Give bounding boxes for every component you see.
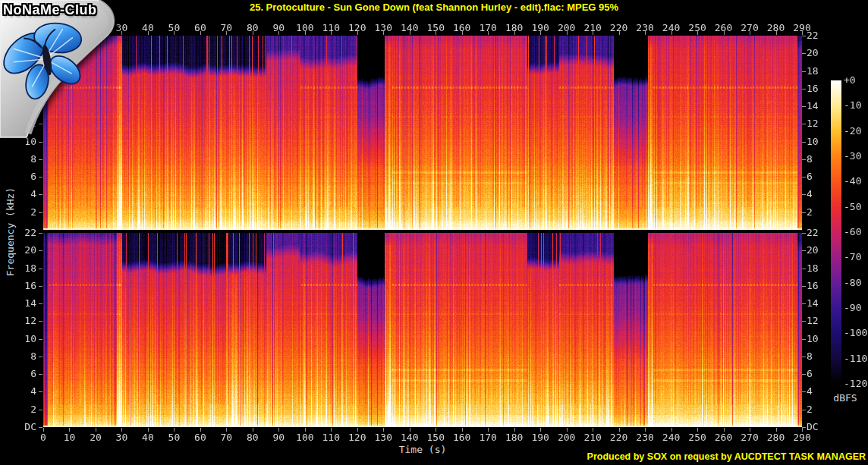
freq-tick — [39, 233, 42, 234]
time-tick — [226, 31, 227, 35]
time-tick — [514, 428, 515, 432]
freq-tick — [802, 106, 806, 107]
time-tick — [43, 31, 44, 35]
time-tick — [540, 31, 541, 35]
db-tick-label: +0 — [844, 75, 868, 86]
time-tick — [645, 428, 646, 432]
freq-tick-label: 22 — [14, 228, 36, 238]
freq-tick — [39, 374, 42, 375]
freq-tick — [39, 142, 42, 143]
freq-tick-label: 6 — [807, 171, 832, 182]
time-tick — [776, 31, 777, 35]
time-tick — [776, 428, 777, 432]
time-tick — [148, 428, 149, 432]
freq-tick-label: 12 — [807, 316, 832, 326]
time-tick — [253, 428, 253, 432]
freq-tick — [802, 269, 806, 269]
time-tick — [514, 31, 515, 35]
time-tick — [200, 31, 201, 35]
freq-tick — [39, 391, 42, 392]
axis-ticks-layer: 0010102020303040405050606070708080909010… — [0, 0, 868, 465]
freq-tick — [39, 194, 42, 195]
freq-tick-label: 16 — [14, 281, 36, 291]
freq-tick — [39, 303, 42, 304]
freq-tick-label: 2 — [14, 207, 36, 218]
time-tick — [619, 428, 620, 432]
freq-tick — [802, 194, 806, 195]
freq-tick — [39, 53, 42, 54]
freq-tick-label: 4 — [807, 386, 832, 397]
freq-tick — [39, 269, 42, 269]
time-tick — [226, 428, 227, 432]
time-tick — [96, 31, 96, 35]
db-tick-label: -110 — [844, 353, 868, 364]
freq-dc-label: DC — [807, 422, 832, 432]
db-tick-label: -100 — [844, 328, 868, 338]
time-tick — [278, 31, 279, 35]
freq-tick-label: 18 — [14, 263, 36, 274]
freq-tick-label: 2 — [807, 207, 832, 218]
time-tick — [697, 428, 698, 432]
freq-tick — [39, 159, 42, 160]
freq-tick-label: 20 — [807, 245, 832, 256]
freq-tick-label: 12 — [807, 118, 832, 129]
db-tick-label: -40 — [844, 176, 868, 187]
freq-tick-label: 14 — [807, 101, 832, 112]
spectrogram-window: 25. Protoculture - Sun Gone Down (feat S… — [0, 0, 868, 465]
time-tick — [253, 31, 253, 35]
time-tick — [357, 428, 358, 432]
freq-tick-label: 16 — [807, 83, 832, 94]
freq-tick-label: 2 — [807, 404, 832, 415]
freq-tick — [802, 374, 806, 375]
time-tick — [43, 428, 44, 432]
freq-tick-label: 20 — [14, 48, 36, 58]
freq-tick-label: 12 — [14, 316, 36, 326]
freq-tick — [802, 357, 806, 357]
time-tick — [331, 428, 332, 432]
freq-tick — [802, 339, 806, 340]
freq-tick-label: 4 — [14, 189, 36, 200]
freq-tick-label: 14 — [14, 298, 36, 309]
time-tick — [121, 428, 122, 432]
time-tick — [331, 31, 332, 35]
freq-dc-label: DC — [14, 422, 36, 432]
db-tick-label: -60 — [844, 227, 868, 237]
freq-tick-label: 22 — [807, 228, 832, 238]
freq-tick — [39, 177, 42, 178]
time-tick — [724, 31, 725, 35]
freq-tick-label: 12 — [14, 118, 36, 129]
time-tick-label: 290 — [787, 432, 817, 443]
time-tick — [96, 428, 96, 432]
time-tick — [278, 428, 279, 432]
db-tick-label: -120 — [844, 379, 868, 389]
freq-tick — [802, 250, 806, 251]
time-tick — [383, 31, 384, 35]
freq-tick-label: 4 — [14, 386, 36, 397]
db-tick-label: -10 — [844, 100, 868, 111]
freq-tick — [802, 303, 806, 304]
freq-tick — [802, 36, 806, 36]
time-tick — [540, 428, 541, 432]
freq-tick — [802, 177, 806, 178]
freq-tick-label: 14 — [807, 298, 832, 309]
time-tick — [305, 31, 306, 35]
freq-tick — [39, 357, 42, 357]
freq-tick-label: 10 — [14, 137, 36, 147]
freq-tick-label: 10 — [14, 334, 36, 344]
freq-tick — [802, 410, 806, 410]
freq-tick-label: 16 — [14, 83, 36, 94]
freq-tick — [39, 212, 42, 213]
freq-tick-label: 18 — [14, 66, 36, 77]
freq-tick — [39, 71, 42, 72]
freq-tick — [802, 71, 806, 72]
freq-tick-label: 20 — [14, 245, 36, 256]
time-tick — [671, 428, 672, 432]
freq-tick-label: 8 — [14, 351, 36, 362]
freq-tick-label: 6 — [807, 369, 832, 379]
freq-tick — [802, 142, 806, 143]
time-tick — [410, 428, 410, 432]
time-tick — [174, 428, 175, 432]
freq-tick — [802, 427, 806, 428]
freq-tick-label: 10 — [807, 334, 832, 344]
freq-tick — [802, 212, 806, 213]
